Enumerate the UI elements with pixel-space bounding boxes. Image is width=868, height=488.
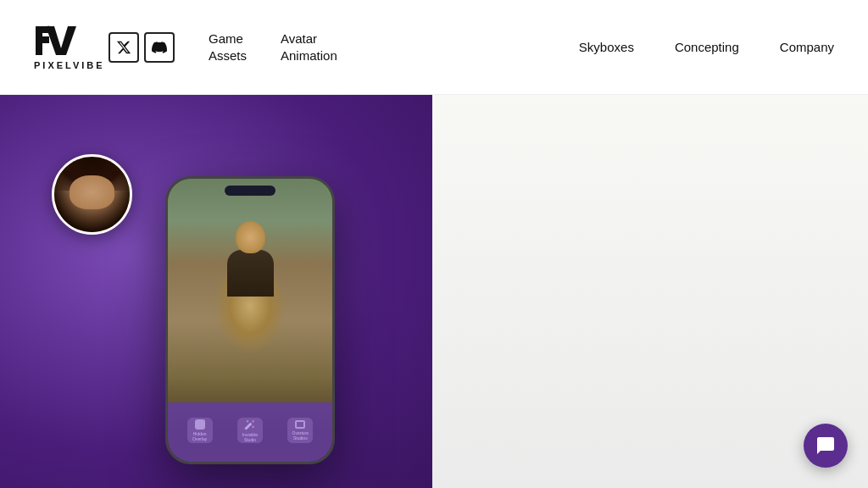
avatar-face: [54, 157, 130, 232]
discord-button[interactable]: [144, 32, 175, 63]
figure-body: [227, 250, 274, 297]
avatar-bubble: [52, 154, 132, 235]
control-label-3: OvertureStudios: [292, 430, 309, 441]
control-btn-1: HiddenOverlay: [187, 418, 213, 443]
nav-item-game-assets[interactable]: Game Assets: [209, 30, 247, 64]
figure-head: [236, 221, 265, 253]
painting-figure: [220, 221, 280, 297]
nav-left: Game Assets Avatar Animation: [209, 30, 337, 64]
nav-right: Skyboxes Concepting Company: [579, 40, 834, 54]
phone-mockup-container: HiddenOverlay InvisibleStudio OvertureSt…: [165, 176, 335, 464]
right-panel: [432, 95, 868, 488]
hero-panel: HiddenOverlay InvisibleStudio OvertureSt…: [0, 95, 432, 488]
nav-item-concepting[interactable]: Concepting: [675, 40, 739, 54]
phone-controls: HiddenOverlay InvisibleStudio OvertureSt…: [168, 402, 332, 462]
twitter-button[interactable]: [108, 32, 139, 63]
nav-item-company[interactable]: Company: [780, 40, 834, 54]
logo-svg: [34, 25, 78, 57]
main-content: HiddenOverlay InvisibleStudio OvertureSt…: [0, 95, 868, 488]
wand-icon: [244, 419, 255, 430]
phone-mockup: HiddenOverlay InvisibleStudio OvertureSt…: [165, 176, 335, 464]
avatar-face-skin: [70, 175, 114, 209]
logo-area: PIXELVIBE: [34, 24, 81, 71]
discord-icon: [152, 40, 167, 55]
control-icon-1: [195, 419, 205, 430]
logo-image: PIXELVIBE: [34, 24, 81, 71]
control-btn-3: OvertureStudios: [287, 418, 313, 443]
control-icon-3: [295, 420, 305, 429]
nav-item-skyboxes[interactable]: Skyboxes: [579, 40, 634, 54]
social-icons: [108, 32, 175, 63]
control-btn-2: InvisibleStudio: [237, 418, 263, 443]
phone-notch: [225, 186, 275, 196]
control-label-1: HiddenOverlay: [192, 431, 207, 441]
brand-name: PIXELVIBE: [34, 60, 81, 70]
chat-icon: [815, 435, 836, 456]
header: PIXELVIBE Game Assets Avatar Animation S…: [0, 0, 868, 95]
control-label-2: InvisibleStudio: [242, 432, 258, 442]
twitter-icon: [116, 40, 131, 55]
nav-item-avatar-animation[interactable]: Avatar Animation: [281, 30, 337, 64]
chat-button[interactable]: [804, 424, 848, 468]
